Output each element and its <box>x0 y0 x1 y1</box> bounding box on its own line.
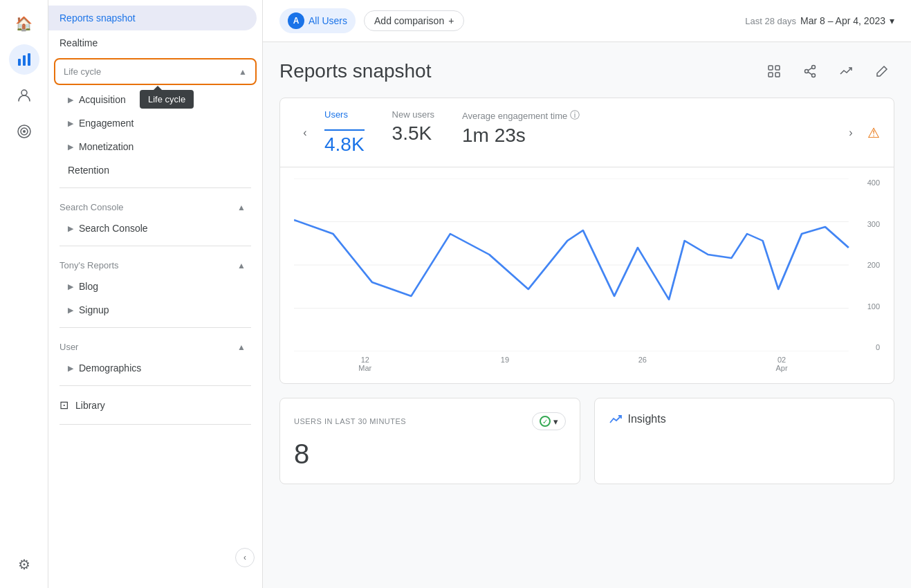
next-metric-button[interactable]: › <box>840 122 862 144</box>
sidebar-item-reports-snapshot[interactable]: Reports snapshot <box>48 6 257 30</box>
x-label-19: 19 <box>501 356 509 372</box>
sidebar-item-search-console[interactable]: ▶ Search Console <box>48 217 257 240</box>
date-range-selector[interactable]: Last 28 days Mar 8 – Apr 4, 2023 ▾ <box>745 15 894 26</box>
realtime-card: USERS IN LAST 30 MINUTES ▾ 8 <box>279 398 580 484</box>
sidebar-section-tonys-reports[interactable]: Tony's Reports ▲ <box>48 252 257 275</box>
customize-report-button[interactable] <box>762 59 786 84</box>
trending-button[interactable] <box>834 59 858 84</box>
prev-metric-button[interactable]: ‹ <box>294 122 316 144</box>
chevron-down-icon: ▾ <box>890 15 894 26</box>
bar-chart-icon[interactable] <box>9 44 39 75</box>
x-label-26: 26 <box>638 356 647 372</box>
svg-rect-2 <box>28 53 30 66</box>
y-label-0: 0 <box>876 343 880 351</box>
sidebar-item-monetization[interactable]: ▶ Monetization <box>48 135 257 158</box>
sidebar-item-label: Reports snapshot <box>59 12 136 24</box>
sidebar-item-signup[interactable]: ▶ Signup <box>48 298 257 322</box>
metric-avg-engagement-label: Average engagement time ⓘ <box>462 109 580 122</box>
svg-line-15 <box>808 72 812 75</box>
sidebar-item-library[interactable]: ⊡ Library <box>48 392 262 419</box>
chevron-up-icon: ▲ <box>237 261 246 270</box>
svg-point-12 <box>805 70 809 73</box>
title-actions <box>762 59 894 84</box>
metric-users-label: Users <box>324 109 365 131</box>
x-label-12mar: 12 Mar <box>358 356 371 372</box>
sidebar-item-engagement[interactable]: ▶ Engagement <box>48 111 257 135</box>
insights-header: Insights <box>609 412 881 426</box>
stats-card: ‹ Users 4.8K New users 3.5K <box>279 98 894 384</box>
sidebar-item-retention[interactable]: Retention <box>48 158 257 182</box>
x-label-02apr: 02 Apr <box>776 356 788 372</box>
arrow-icon: ▶ <box>68 224 73 233</box>
sidebar-section-user[interactable]: User ▲ <box>48 333 257 356</box>
divider <box>59 246 251 246</box>
sidebar-item-label: Engagement <box>79 118 134 129</box>
chevron-up-icon: ▲ <box>237 203 246 212</box>
collapse-sidebar-button[interactable]: ‹ <box>235 548 255 567</box>
date-range-value: Mar 8 – Apr 4, 2023 <box>800 15 885 26</box>
sidebar-item-blog[interactable]: ▶ Blog <box>48 275 257 298</box>
metric-new-users[interactable]: New users 3.5K <box>392 109 434 156</box>
target-icon[interactable] <box>9 116 39 147</box>
settings-icon[interactable]: ⚙ <box>9 549 39 580</box>
arrow-icon: ▶ <box>68 282 73 291</box>
bottom-cards: USERS IN LAST 30 MINUTES ▾ 8 Insights <box>279 398 894 484</box>
sidebar-item-demographics[interactable]: ▶ Demographics <box>48 356 257 380</box>
sidebar-item-label: Monetization <box>79 141 134 152</box>
svg-rect-7 <box>769 66 773 70</box>
status-dot-icon <box>540 416 551 427</box>
add-comparison-button[interactable]: Add comparison + <box>364 10 464 31</box>
svg-rect-0 <box>18 59 21 66</box>
svg-rect-9 <box>769 73 773 77</box>
sidebar-item-realtime[interactable]: Realtime <box>48 30 257 55</box>
chip-label: All Users <box>309 15 347 26</box>
sidebar-section-lifecycle[interactable]: Life cycle ▲ <box>54 58 257 85</box>
sidebar-item-label: Acquisition <box>79 94 126 105</box>
library-label: Library <box>75 400 105 411</box>
divider <box>59 385 251 386</box>
svg-rect-1 <box>23 55 26 66</box>
svg-point-11 <box>812 66 816 69</box>
y-label-400: 400 <box>867 178 880 187</box>
status-badge[interactable]: ▾ <box>532 412 566 430</box>
sidebar-section-label: Life cycle <box>64 66 101 77</box>
edit-button[interactable] <box>869 59 894 84</box>
divider <box>59 424 251 425</box>
main-header: A All Users Add comparison + Last 28 day… <box>263 0 911 42</box>
arrow-icon: ▶ <box>68 119 73 128</box>
y-label-100: 100 <box>867 302 880 311</box>
library-icon: ⊡ <box>59 398 68 412</box>
sidebar: Reports snapshot Realtime Life cycle ▲ L… <box>48 0 263 588</box>
realtime-label: USERS IN LAST 30 MINUTES <box>294 417 406 425</box>
info-icon: ⓘ <box>570 109 580 122</box>
avatar-letter: A <box>293 16 300 26</box>
warning-icon: ⚠ <box>867 125 880 141</box>
svg-point-6 <box>23 130 26 133</box>
line-chart <box>294 178 880 351</box>
stats-metrics: Users 4.8K New users 3.5K Average engage… <box>316 109 840 156</box>
page-title-row: Reports snapshot <box>279 59 894 84</box>
icon-rail: 🏠 ⚙ <box>0 0 48 588</box>
sidebar-item-label: Retention <box>68 165 109 176</box>
all-users-chip[interactable]: A All Users <box>279 8 356 33</box>
sidebar-item-label: Demographics <box>79 362 141 374</box>
sidebar-section-search-console[interactable]: Search Console ▲ <box>48 194 257 217</box>
home-icon[interactable]: 🏠 <box>9 8 39 39</box>
y-label-200: 200 <box>867 261 880 269</box>
arrow-icon: ▶ <box>68 95 73 104</box>
chart-container: 400 300 200 100 0 12 Mar 19 <box>280 167 894 383</box>
svg-point-3 <box>21 90 27 95</box>
metric-users[interactable]: Users 4.8K <box>324 109 365 156</box>
insights-label: Insights <box>628 413 666 425</box>
chevron-down-icon: ▾ <box>553 416 558 427</box>
share-button[interactable] <box>798 59 822 84</box>
metric-avg-engagement-value: 1m 23s <box>462 125 580 147</box>
realtime-card-header: USERS IN LAST 30 MINUTES ▾ <box>294 412 566 430</box>
person-icon[interactable] <box>9 80 39 111</box>
svg-point-13 <box>812 74 816 77</box>
chart-area: 400 300 200 100 0 12 Mar 19 <box>294 178 880 372</box>
arrow-icon: ▶ <box>68 306 73 315</box>
insights-card: Insights <box>594 398 895 484</box>
sidebar-item-label: Blog <box>79 281 98 292</box>
metric-avg-engagement[interactable]: Average engagement time ⓘ 1m 23s <box>462 109 580 156</box>
